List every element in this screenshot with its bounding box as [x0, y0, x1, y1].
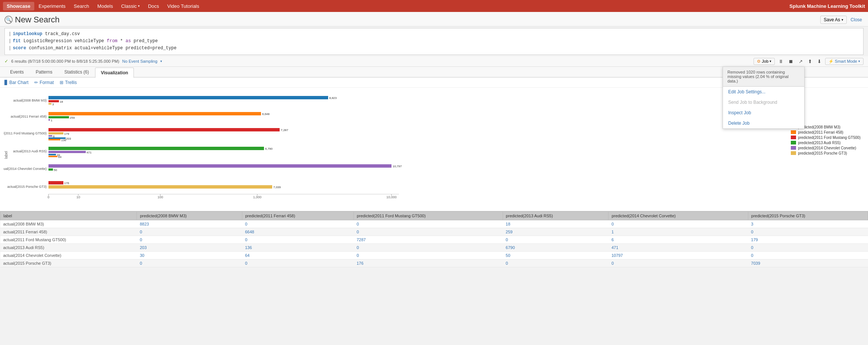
svg-text:8,823: 8,823	[329, 96, 337, 100]
nav-item-experiments[interactable]: Experiments	[35, 2, 69, 10]
tab-statistics[interactable]: Statistics (6)	[59, 67, 94, 77]
share-button[interactable]: ↗	[797, 58, 804, 65]
table-cell: 0	[353, 228, 503, 236]
table-cell: 0	[353, 251, 503, 259]
download-button[interactable]: ⬇	[816, 58, 823, 65]
query-editor[interactable]: |inputlookup track_day.csv |fit Logistic…	[4, 28, 864, 55]
nav-item-video-tutorials[interactable]: Video Tutorials	[164, 2, 203, 10]
trellis-button[interactable]: ⊞ Trellis	[60, 80, 77, 85]
table-row: actual(2011 Ferrari 458)06648025910	[0, 228, 868, 236]
svg-text:6,790: 6,790	[265, 147, 273, 150]
table-header-row: label predicted(2008 BMW M3) predicted(2…	[0, 211, 868, 220]
table-cell: 0	[353, 220, 503, 228]
data-table-container: label predicted(2008 BMW M3) predicted(2…	[0, 211, 868, 267]
table-row: actual(2008 BMW M3)8823001803	[0, 220, 868, 228]
legend-color-corvette	[791, 146, 796, 150]
svg-text:actual(2014 Chevrolet Corvette: actual(2014 Chevrolet Corvette)	[4, 167, 47, 171]
svg-text:3: 3	[52, 103, 54, 106]
svg-text:203: 203	[66, 137, 71, 140]
check-icon: ✓	[4, 59, 8, 64]
sampling-link[interactable]: No Event Sampling	[122, 59, 157, 63]
table-cell: actual(2013 Audi RS5)	[0, 243, 137, 251]
nav-item-docs[interactable]: Docs	[144, 2, 163, 10]
query-line-2: |fit LogisticRegression vehicleType from…	[9, 38, 859, 45]
svg-rect-4	[48, 100, 59, 102]
tab-events[interactable]: Events	[4, 67, 29, 77]
nav-item-showcase[interactable]: Showcase	[3, 2, 34, 10]
job-button[interactable]: ⚙ Job ▾	[754, 58, 775, 65]
nav-item-classic[interactable]: Classic ▾	[117, 2, 144, 10]
nav-item-search[interactable]: Search	[70, 2, 93, 10]
search-header-actions: Save As ▾ Close	[820, 16, 864, 24]
svg-text:label: label	[4, 151, 8, 159]
delete-job-item[interactable]: Delete Job	[723, 118, 804, 128]
table-cell: 10797	[608, 251, 748, 259]
nav-item-models[interactable]: Models	[94, 2, 117, 10]
svg-text:6,648: 6,648	[262, 112, 270, 116]
results-actions: ⚙ Job ▾ ⏸ ⏹ ↗ ⬆ ⬇ ⚡ Smart Mode ▾	[754, 58, 864, 65]
table-cell: 6790	[503, 243, 608, 251]
svg-rect-27	[48, 147, 264, 150]
svg-rect-6	[48, 103, 51, 105]
svg-rect-13	[48, 119, 50, 121]
svg-text:64: 64	[58, 155, 62, 159]
svg-text:136: 136	[61, 139, 66, 142]
bar-chart-icon: ▊	[4, 80, 8, 85]
trellis-icon: ⊞	[60, 80, 63, 85]
top-navigation: Showcase Experiments Search Models Class…	[0, 0, 868, 12]
table-cell: actual(2008 BMW M3)	[0, 220, 137, 228]
svg-text:actual(2011 Ford Mustang GT500: actual(2011 Ford Mustang GT500)	[4, 131, 47, 135]
pencil-icon: ✏	[34, 80, 38, 85]
table-cell: actual(2015 Porsche GT3)	[0, 259, 137, 267]
save-as-button[interactable]: Save As ▾	[820, 16, 847, 24]
table-cell: 0	[748, 228, 868, 236]
table-cell: 0	[748, 251, 868, 259]
job-chevron-icon: ▾	[770, 59, 771, 63]
inspect-job-item[interactable]: Inspect Job	[723, 108, 804, 118]
table-cell: 7287	[353, 236, 503, 243]
pause-button[interactable]: ⏸	[777, 58, 785, 65]
search-header: 🔍 New Search Save As ▾ Close	[0, 12, 868, 27]
svg-text:176: 176	[64, 181, 69, 185]
svg-text:179: 179	[64, 132, 69, 136]
table-row: actual(2014 Chevrolet Corvette)306405010…	[0, 251, 868, 259]
svg-text:10: 10	[76, 195, 80, 199]
table-row: actual(2011 Ford Mustang GT500)007287061…	[0, 236, 868, 243]
legend-color-audi	[791, 141, 796, 144]
table-cell: 50	[503, 251, 608, 259]
svg-rect-29	[48, 151, 86, 153]
table-cell: 0	[242, 236, 353, 243]
table-cell: 0	[353, 243, 503, 251]
sampling-chevron-icon[interactable]: ▾	[160, 59, 162, 63]
tab-visualization[interactable]: Visualization	[95, 68, 133, 78]
table-cell: 259	[503, 228, 608, 236]
stop-button[interactable]: ⏹	[787, 58, 795, 65]
legend-color-ferrari	[791, 130, 796, 134]
col-header-porsche: predicted(2015 Porsche GT3)	[748, 211, 868, 220]
query-line-1: |inputlookup track_day.csv	[9, 31, 859, 38]
close-button[interactable]: Close	[849, 16, 864, 23]
page-title: 🔍 New Search	[4, 15, 60, 25]
table-cell: 179	[748, 236, 868, 243]
edit-job-settings-item[interactable]: Edit Job Settings...	[723, 87, 804, 97]
svg-text:259: 259	[70, 116, 75, 119]
svg-rect-38	[48, 168, 53, 171]
export-button[interactable]: ⬆	[806, 58, 814, 65]
format-button[interactable]: ✏ Format	[34, 80, 54, 85]
svg-text:7,287: 7,287	[281, 128, 289, 132]
tab-patterns[interactable]: Patterns	[30, 67, 58, 77]
col-header-audi: predicted(2013 Audi RS5)	[503, 211, 608, 220]
job-dropdown-header: Removed 1020 rows containing missing val…	[723, 67, 804, 87]
search-icon: 🔍	[4, 16, 13, 24]
table-cell: 18	[503, 220, 608, 228]
table-cell: 1	[608, 228, 748, 236]
svg-rect-9	[48, 112, 261, 115]
send-job-background-item: Send Job to Background	[723, 97, 804, 108]
table-cell: 0	[137, 236, 242, 243]
bar-chart-button[interactable]: ▊ Bar Chart	[4, 80, 28, 85]
smart-mode-button[interactable]: ⚡ Smart Mode ▾	[825, 58, 864, 65]
chevron-down-icon: ▾	[138, 4, 140, 8]
table-cell: 0	[242, 259, 353, 267]
table-cell: 6	[608, 236, 748, 243]
svg-text:1: 1	[51, 119, 53, 122]
